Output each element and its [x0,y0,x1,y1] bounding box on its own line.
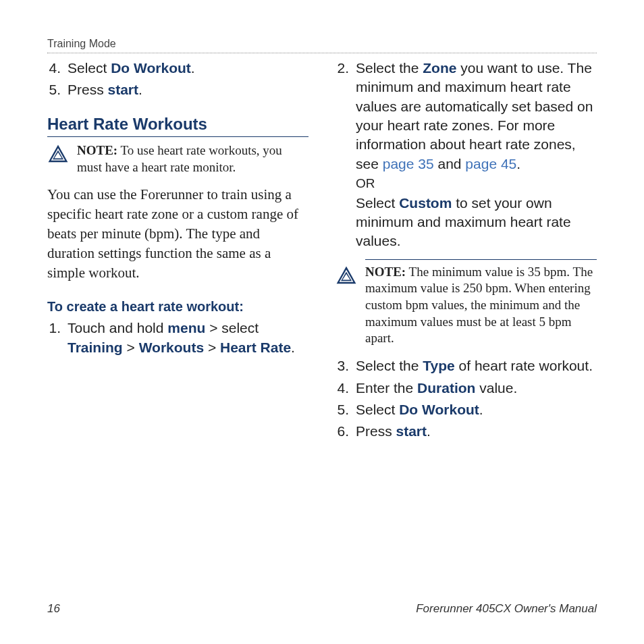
list-text: Select Do Workout. [356,400,597,419]
text: Press [68,82,108,97]
ui-term: Do Workout [399,402,479,417]
warning-icon [336,265,357,287]
note-block: NOTE: The minimum value is 35 bpm. The m… [336,264,597,347]
steps-list-continued: 2. Select the Zone you want to use. The … [336,59,597,251]
ui-term: Training [68,340,123,355]
list-number: 2. [336,59,356,251]
ui-term: Duration [417,380,475,396]
text: Select [68,60,111,76]
list-item: 2. Select the Zone you want to use. The … [336,59,597,251]
subheading-create-hr-workout: To create a heart rate workout: [47,298,308,316]
section-header: Training Mode [47,38,597,53]
ui-term: Zone [423,60,456,76]
warning-icon [47,144,69,165]
list-item: 3. Select the Type of heart rate workout… [336,356,597,375]
text: Select [356,195,399,211]
steps-list: 1. Touch and hold menu > select Training… [47,319,308,357]
list-text: Press start. [356,422,597,441]
list-text: Touch and hold menu > select Training > … [68,319,308,357]
page-footer: 16 Forerunner 405CX Owner's Manual [47,602,597,616]
text: you want to use. The minimum and maximum… [356,60,593,171]
text: . [191,60,195,76]
ui-term: start [108,82,139,97]
text: . [479,402,483,417]
ui-term: start [396,423,427,439]
text: Select the [356,358,423,373]
list-number: 5. [336,400,356,419]
text: Select the [356,60,423,76]
text: . [516,156,520,171]
text: Touch and hold [68,320,167,336]
list-item: 6. Press start. [336,422,597,441]
list-item: 4. Select Do Workout. [47,59,308,78]
text: . [138,82,142,97]
ui-term: Heart Rate [220,340,291,355]
manual-title: Forerunner 405CX Owner's Manual [416,602,597,616]
page-number: 16 [47,602,60,616]
text: . [291,340,295,355]
note-block: NOTE: To use heart rate workouts, you mu… [47,142,308,176]
list-item: 4. Enter the Duration value. [336,379,597,398]
body-paragraph: You can use the Forerunner to train usin… [47,185,308,283]
list-number: 5. [47,80,68,99]
list-number: 3. [336,356,356,375]
ui-term: Do Workout [111,60,191,76]
ui-term: menu [167,320,205,336]
list-text: Select Do Workout. [68,59,308,78]
text: > [204,340,220,355]
or-separator: OR [356,175,597,192]
list-continue: 4. Select Do Workout. 5. Press start. [47,59,308,100]
list-item: 5. Select Do Workout. [336,400,597,419]
list-number: 6. [336,422,356,441]
steps-list-rest: 3. Select the Type of heart rate workout… [336,356,597,441]
text: and [434,156,466,171]
heading-heart-rate-workouts: Heart Rate Workouts [47,113,308,137]
note-label: NOTE: [365,265,406,279]
page-link[interactable]: page 35 [383,156,434,171]
text: Press [356,423,396,439]
text: Enter the [356,380,417,396]
right-column: 2. Select the Zone you want to use. The … [336,59,597,444]
list-item: 1. Touch and hold menu > select Training… [47,319,308,357]
ui-term: Type [423,358,454,373]
note-text: NOTE: To use heart rate workouts, you mu… [77,142,308,176]
list-text: Select the Type of heart rate workout. [356,356,597,375]
list-item: 5. Press start. [47,80,308,99]
left-column: 4. Select Do Workout. 5. Press start. He… [47,59,308,444]
alt-option: Select Custom to set your own minimum an… [356,194,597,251]
list-number: 4. [47,59,68,78]
note-label: NOTE: [77,143,117,157]
list-text: Select the Zone you want to use. The min… [356,59,597,251]
list-text: Enter the Duration value. [356,379,597,398]
text: . [427,423,431,439]
text: value. [475,380,517,396]
text: Select [356,402,399,417]
text: > select [205,320,259,336]
note-text: NOTE: The minimum value is 35 bpm. The m… [365,264,597,347]
list-number: 4. [336,379,356,398]
divider [365,259,597,260]
text: of heart rate workout. [455,358,593,373]
ui-term: Workouts [139,340,204,355]
page-link[interactable]: page 45 [465,156,516,171]
ui-term: Custom [399,195,452,211]
text: > [123,340,139,355]
list-number: 1. [47,319,68,357]
list-text: Press start. [68,80,308,99]
